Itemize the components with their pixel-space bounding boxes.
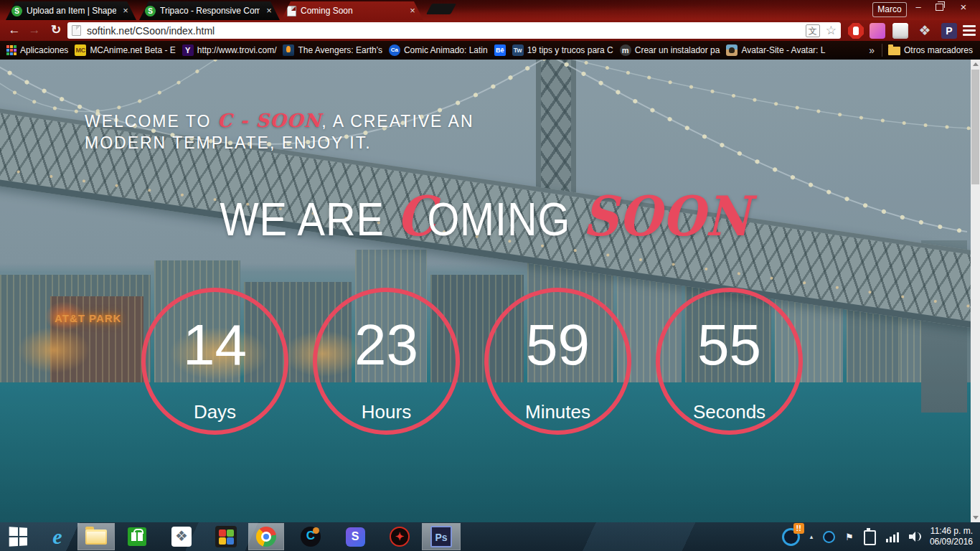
taskbar-puzzle-app[interactable] xyxy=(204,522,248,551)
bookmark-avengers[interactable]: The Avengers: Earth's xyxy=(283,44,382,56)
alert-badge: !! xyxy=(793,523,804,534)
countdown-label: Hours xyxy=(317,401,456,423)
taskbar-chrome[interactable] xyxy=(248,523,284,550)
systemcare-icon: C xyxy=(301,527,321,547)
address-bar[interactable]: softink.net/CSoon/index.html 文 ☆ xyxy=(67,22,841,39)
comic-icon: Ca xyxy=(389,44,400,56)
brand-name: C - SOON xyxy=(217,110,321,131)
bookmark-label: MCAnime.net Beta - E xyxy=(90,45,175,55)
scroll-up-icon[interactable] xyxy=(971,60,980,69)
driver-booster-icon: ✦ xyxy=(390,527,410,547)
bookmark-behance[interactable]: Bē xyxy=(494,44,506,56)
countdown-value: 23 xyxy=(317,312,456,378)
countdown-seconds: 55 Seconds xyxy=(656,288,803,435)
countdown-days: 14 Days xyxy=(141,288,288,435)
browser-window: S Upload an Item | ShapeBo × S Tripaco -… xyxy=(0,0,980,522)
back-icon[interactable]: ← xyxy=(6,22,23,39)
taskbar-driver-booster[interactable]: ✦ xyxy=(377,522,422,551)
maximize-button[interactable] xyxy=(929,0,949,14)
dropbox-icon: ❖ xyxy=(171,527,192,547)
cube-extension-icon[interactable] xyxy=(892,23,908,39)
bookmark-mcanime[interactable]: MC MCAnime.net Beta - E xyxy=(75,44,175,56)
mcanime-icon: MC xyxy=(75,44,86,56)
dropbox-extension-icon[interactable]: ❖ xyxy=(917,23,933,39)
profile-button[interactable]: Marco xyxy=(872,2,907,17)
bookmark-label: Crear un instalador pa xyxy=(635,45,720,55)
welcome-pre: WELCOME TO xyxy=(85,112,217,131)
taskbar-internet-explorer[interactable]: e xyxy=(37,522,77,551)
bookmark-installer[interactable]: m Crear un instalador pa xyxy=(620,44,720,56)
bookmark-label: Aplicaciones xyxy=(20,45,68,55)
taskbar-windows-store[interactable] xyxy=(115,522,159,551)
browser-toolbar: ← → ↻ softink.net/CSoon/index.html 文 ☆ ❖… xyxy=(0,20,980,41)
bookmark-tips[interactable]: Tw 19 tips y trucos para C xyxy=(512,44,613,56)
bookmark-label: http://www.trovi.com/ xyxy=(197,45,277,55)
translate-icon[interactable]: 文 xyxy=(806,24,820,37)
bookmark-comic[interactable]: Ca Comic Animado: Latin xyxy=(389,44,488,56)
forward-icon[interactable]: → xyxy=(26,22,43,39)
scroll-down-icon[interactable] xyxy=(971,513,980,522)
countdown-value: 59 xyxy=(489,312,627,378)
taskbar-sync-app[interactable]: S xyxy=(333,522,377,551)
minimize-button[interactable]: – xyxy=(908,0,928,14)
hidden-icons-chevron[interactable]: ▴ xyxy=(810,533,814,540)
avatar-icon xyxy=(726,44,738,56)
tray-systemcare-icon[interactable] xyxy=(823,531,835,543)
countdown-label: Days xyxy=(146,401,284,423)
volume-icon[interactable] xyxy=(909,531,920,542)
url-text[interactable]: softink.net/CSoon/index.html xyxy=(87,25,806,37)
pink-extension-icon[interactable] xyxy=(870,23,885,39)
taskbar-file-explorer[interactable] xyxy=(77,523,115,550)
tab-close-icon[interactable]: × xyxy=(407,6,418,16)
reload-icon[interactable]: ↻ xyxy=(47,22,65,39)
chrome-icon xyxy=(256,527,276,547)
bookmark-avatar[interactable]: Avatar-Site - Avatar: L xyxy=(726,44,825,56)
scrollbar[interactable] xyxy=(971,60,980,522)
tray-monitor-icon[interactable]: !! xyxy=(782,528,800,546)
sync-icon: S xyxy=(346,527,365,547)
bookmark-trovi[interactable]: Y http://www.trovi.com/ xyxy=(182,44,277,56)
action-center-flag-icon[interactable]: ⚑ xyxy=(845,532,854,542)
taskbar-dropbox[interactable]: ❖ xyxy=(159,522,204,551)
tab-upload-item[interactable]: S Upload an Item | ShapeBo × xyxy=(6,1,136,20)
bookmark-apps[interactable]: Aplicaciones xyxy=(6,45,68,55)
taskbar-clock[interactable]: 11:46 p. m. 06/09/2016 xyxy=(930,526,973,547)
countdown: 14 Days 23 Hours 59 Minutes 55 Seconds xyxy=(141,288,803,435)
scrollbar-thumb[interactable] xyxy=(971,70,979,184)
countdown-value: 55 xyxy=(660,312,798,378)
countdown-value: 14 xyxy=(146,312,284,378)
bookmark-label: The Avengers: Earth's xyxy=(298,45,382,55)
page-title: WE ARE COMING SOON xyxy=(49,193,923,246)
windows-logo-icon xyxy=(9,527,27,546)
bookmarks-overflow-chevron[interactable]: » xyxy=(862,44,882,56)
tab-close-icon[interactable]: × xyxy=(121,6,131,16)
close-button[interactable]: × xyxy=(951,0,976,14)
adblock-icon[interactable] xyxy=(848,23,864,39)
page-icon xyxy=(287,6,296,17)
behance-icon: Bē xyxy=(494,44,506,56)
other-bookmarks-button[interactable]: Otros marcadores xyxy=(888,45,973,55)
chrome-menu-icon[interactable] xyxy=(961,23,977,39)
p-extension-icon[interactable]: P xyxy=(941,23,957,39)
taskbar-photoshop[interactable]: Ps xyxy=(422,523,461,550)
bookmark-label: Comic Animado: Latin xyxy=(404,45,488,55)
welcome-text: WELCOME TO C - SOON, A CREATIVE AN MODER… xyxy=(85,110,497,154)
shapebootstrap-icon: S xyxy=(11,6,22,17)
battery-icon[interactable] xyxy=(864,529,876,545)
tw-icon: Tw xyxy=(512,44,524,56)
new-tab-button[interactable] xyxy=(426,4,456,14)
tab-close-icon[interactable]: × xyxy=(264,6,274,16)
apps-grid-icon xyxy=(6,45,17,55)
taskbar-advanced-systemcare[interactable]: C xyxy=(288,522,333,551)
countdown-minutes: 59 Minutes xyxy=(484,288,631,435)
countdown-label: Seconds xyxy=(660,401,798,423)
headline-soon: SOON xyxy=(583,184,751,248)
other-bookmarks-label: Otros marcadores xyxy=(904,45,973,55)
torch-icon xyxy=(283,44,294,56)
tab-tripaco[interactable]: S Tripaco - Responsive Com × xyxy=(139,1,280,20)
tab-coming-soon[interactable]: Coming Soon × xyxy=(281,1,423,20)
network-signal-icon[interactable] xyxy=(886,532,899,542)
start-button[interactable] xyxy=(0,522,37,551)
tab-title: Upload an Item | ShapeBo xyxy=(27,6,116,16)
bookmark-star-icon[interactable]: ☆ xyxy=(826,24,837,38)
